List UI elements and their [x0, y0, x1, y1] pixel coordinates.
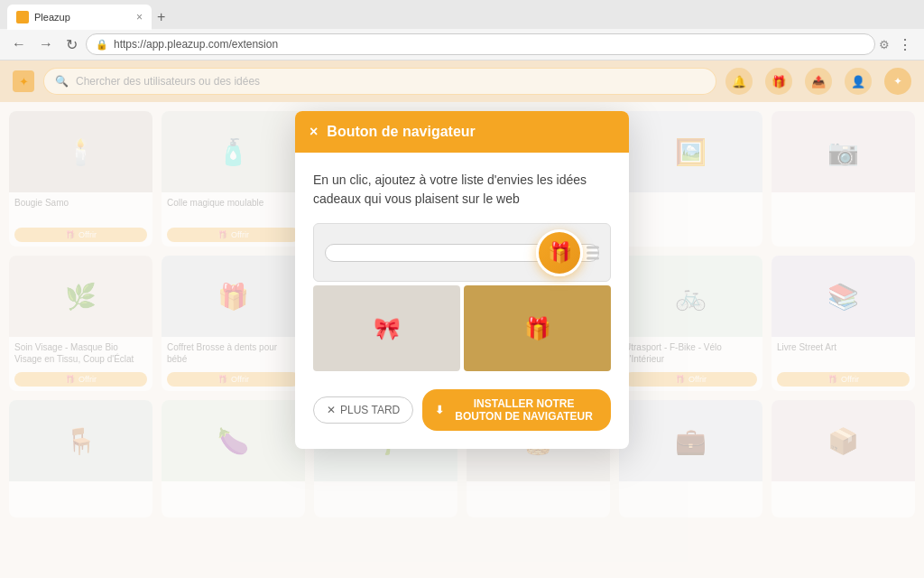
- plugin-dot: [587, 246, 599, 248]
- preview-image-right: 🎁: [464, 285, 611, 371]
- avatar[interactable]: ✦: [884, 68, 911, 95]
- gift-icon[interactable]: 🎁: [765, 68, 792, 95]
- share-icon[interactable]: 📤: [805, 68, 832, 95]
- later-button[interactable]: ✕ PLUS TARD: [313, 396, 413, 424]
- product-preview-row: 🎀 🎁: [313, 285, 611, 371]
- modal-illustration: 🎁 🎀 🎁: [313, 223, 611, 371]
- user-icon[interactable]: 👤: [845, 68, 872, 95]
- install-button[interactable]: ⬇ INSTALLER NOTRE BOUTON DE NAVIGATEUR: [422, 389, 611, 431]
- lock-icon: 🔒: [96, 39, 108, 51]
- app-header: ✦ 🔍 Chercher des utilisateurs ou des idé…: [0, 61, 924, 102]
- tab-close-btn[interactable]: ×: [136, 11, 143, 23]
- search-icon: 🔍: [55, 75, 69, 88]
- modal-actions: ✕ PLUS TARD ⬇ INSTALLER NOTRE BOUTON DE …: [313, 386, 611, 434]
- preview-image-left: 🎀: [313, 285, 460, 371]
- header-icons: 🔔 🎁 📤 👤 ✦: [725, 68, 911, 95]
- refresh-button[interactable]: ↻: [61, 34, 82, 55]
- modal-overlay: × Bouton de navigateur En un clic, ajout…: [0, 102, 924, 578]
- modal-close-button[interactable]: ×: [310, 124, 318, 140]
- tab-favicon: [16, 11, 29, 23]
- search-placeholder: Chercher des utilisateurs ou des idées: [76, 75, 260, 88]
- active-tab[interactable]: Pleazup ×: [7, 5, 152, 30]
- tab-bar: Pleazup × +: [0, 0, 924, 29]
- back-button[interactable]: ←: [7, 34, 31, 54]
- tab-title: Pleazup: [34, 12, 70, 23]
- menu-button[interactable]: ⋮: [893, 34, 917, 55]
- browser-chrome: Pleazup × + ← → ↻ 🔒 https://app.pleazup.…: [0, 0, 924, 61]
- plugin-dots: [587, 246, 599, 259]
- modal-body: En un clic, ajoutez à votre liste d'envi…: [295, 153, 629, 449]
- modal-description: En un clic, ajoutez à votre liste d'envi…: [313, 171, 611, 209]
- modal-dialog: × Bouton de navigateur En un clic, ajout…: [295, 111, 629, 449]
- header-logo: ✦: [13, 70, 34, 92]
- download-icon: ⬇: [435, 404, 444, 416]
- plugin-dot: [587, 251, 599, 254]
- forward-button[interactable]: →: [34, 34, 58, 54]
- nav-bar: ← → ↻ 🔒 https://app.pleazup.com/extensio…: [0, 29, 924, 60]
- address-bar[interactable]: 🔒 https://app.pleazup.com/extension: [86, 33, 875, 55]
- security-button[interactable]: ⚙: [879, 38, 890, 51]
- plugin-dot: [587, 256, 599, 259]
- x-icon: ✕: [327, 404, 336, 416]
- new-tab-button[interactable]: +: [157, 9, 165, 25]
- plugin-button: 🎁: [536, 229, 583, 276]
- main-content: 🕯️ Bougie Samo 🎁 Offrir 🧴 Colle magique …: [0, 102, 924, 578]
- browser-mockup: 🎁: [313, 223, 611, 282]
- modal-header: × Bouton de navigateur: [295, 111, 629, 153]
- modal-title: Bouton de navigateur: [327, 124, 475, 140]
- notification-icon[interactable]: 🔔: [725, 68, 753, 95]
- later-label: PLUS TARD: [340, 404, 400, 416]
- install-label: INSTALLER NOTRE BOUTON DE NAVIGATEUR: [449, 397, 598, 423]
- header-search[interactable]: 🔍 Chercher des utilisateurs ou des idées: [43, 68, 716, 95]
- gift-icon: 🎁: [548, 241, 572, 265]
- logo-icon: ✦: [19, 75, 29, 89]
- url-text: https://app.pleazup.com/extension: [114, 38, 865, 51]
